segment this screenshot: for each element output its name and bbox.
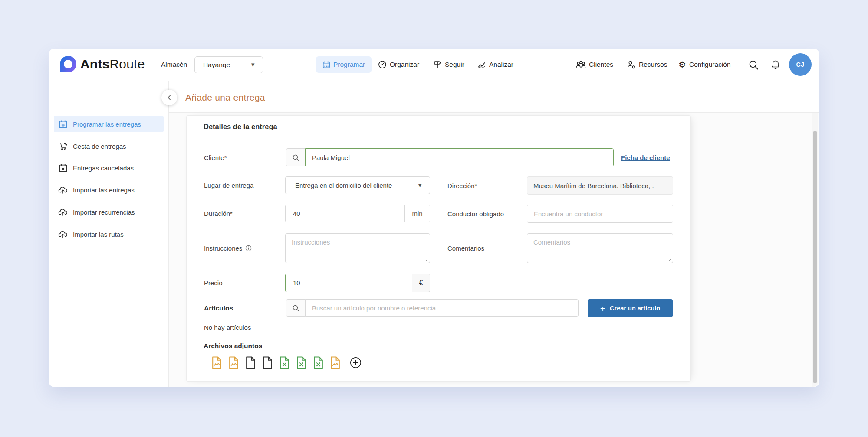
precio-label: Precio: [204, 274, 223, 292]
image-file-icon[interactable]: [212, 356, 222, 369]
sidebar-item-programar-entregas[interactable]: Programar las entregas: [54, 116, 164, 132]
info-icon[interactable]: [245, 245, 252, 251]
lugar-label: Lugar de entrega: [204, 176, 253, 194]
image-file-icon[interactable]: [229, 356, 239, 369]
clients-group-icon: [576, 60, 586, 69]
tab-organizar[interactable]: Organizar: [378, 49, 419, 81]
cliente-input[interactable]: [305, 148, 614, 166]
back-button[interactable]: [161, 90, 177, 105]
sidebar-item-label: Importar recurrencias: [73, 209, 135, 216]
instrucciones-label-text: Instrucciones: [204, 245, 242, 252]
user-avatar[interactable]: CJ: [789, 53, 812, 76]
tab-label: Organizar: [390, 61, 419, 68]
navbar-divider: [49, 81, 819, 81]
sidebar-item-label: Programar las entregas: [73, 121, 141, 128]
person-gear-icon: [627, 60, 636, 69]
scrollbar-thumb[interactable]: [813, 131, 817, 383]
section-title: Detalles de la entrega: [204, 123, 277, 131]
cloud-upload-icon: [58, 230, 68, 238]
articulos-empty-text: No hay artículos: [204, 324, 251, 331]
conductor-label: Conductor obligado: [447, 205, 504, 223]
ficha-de-cliente-link[interactable]: Ficha de cliente: [621, 148, 670, 166]
attachments-row: [212, 356, 362, 369]
chevron-left-icon: [166, 95, 172, 101]
nav-configuracion[interactable]: ⚙ Configuración: [678, 49, 731, 81]
excel-file-icon[interactable]: [296, 356, 306, 369]
tab-seguir[interactable]: Seguir: [433, 49, 464, 81]
sidebar-item-importar-rutas[interactable]: Importar las rutas: [54, 226, 164, 242]
sidebar-item-label: Cesta de entregas: [73, 143, 126, 150]
duracion-label: Duración*: [204, 205, 233, 222]
brand-bold: Ants: [80, 57, 109, 71]
duracion-unit: min: [405, 205, 430, 222]
nav-recursos[interactable]: Recursos: [627, 49, 667, 81]
nav-label: Configuración: [689, 61, 731, 68]
direccion-label: Dirección*: [447, 176, 477, 195]
add-attachment-icon[interactable]: [350, 357, 362, 369]
cloud-upload-icon: [58, 186, 68, 194]
notifications-bell-icon[interactable]: [770, 49, 781, 81]
articulos-search-icon: [286, 299, 306, 317]
signpost-icon: [433, 60, 442, 69]
lugar-dropdown-value: Entrega en el domicilio del cliente: [295, 182, 392, 189]
content-area: Detalles de la entrega Cliente* Ficha de…: [169, 113, 819, 387]
sidebar-item-entregas-canceladas[interactable]: Entregas canceladas: [54, 160, 164, 176]
nav-label: Clientes: [589, 61, 613, 68]
direccion-field[interactable]: Museu Marítim de Barcelona. Biblioteca, …: [527, 176, 673, 195]
duracion-input[interactable]: [285, 205, 405, 222]
sidebar-item-label: Importar las rutas: [73, 231, 124, 238]
search-icon[interactable]: [748, 49, 759, 81]
instrucciones-field-wrap: [285, 233, 430, 263]
adjuntos-title: Archivos adjuntos: [204, 342, 262, 350]
instrucciones-textarea[interactable]: [285, 233, 430, 263]
instrucciones-label: Instrucciones: [204, 233, 252, 263]
chevron-down-icon: ▼: [250, 62, 256, 68]
image-file-icon[interactable]: [330, 356, 340, 369]
tab-analizar[interactable]: Analizar: [477, 49, 513, 81]
warehouse-select[interactable]: Hayange ▼: [194, 56, 263, 73]
tab-label: Programar: [333, 61, 365, 68]
antsroute-logo-icon: [60, 56, 76, 72]
articulos-search-input[interactable]: [305, 299, 579, 317]
delivery-form-panel: Detalles de la entrega Cliente* Ficha de…: [186, 115, 691, 382]
page-title: Añade una entrega: [185, 90, 265, 105]
sidebar-item-cesta-entregas[interactable]: Cesta de entregas: [54, 138, 164, 154]
brand-light: Route: [109, 57, 145, 71]
document-file-icon[interactable]: [246, 356, 256, 369]
scrollbar-track[interactable]: [812, 113, 818, 387]
tab-label: Analizar: [489, 61, 513, 68]
sidebar-item-label: Importar las entregas: [73, 186, 135, 194]
precio-currency: €: [412, 274, 430, 292]
precio-input[interactable]: [285, 274, 412, 292]
cart-plus-icon: [58, 142, 68, 151]
warehouse-label: Almacén: [161, 49, 187, 81]
sidebar-item-importar-entregas[interactable]: Importar las entregas: [54, 182, 164, 198]
excel-file-icon[interactable]: [279, 356, 289, 369]
document-file-icon[interactable]: [263, 356, 273, 369]
lugar-dropdown[interactable]: Entrega en el domicilio del cliente ▼: [285, 176, 430, 194]
conductor-input[interactable]: [527, 205, 673, 223]
calendar-plus-icon: [58, 120, 68, 129]
nav-label: Recursos: [639, 61, 667, 68]
crear-articulo-label: Crear un artículo: [610, 305, 660, 312]
comentarios-label: Comentarios: [447, 233, 484, 263]
calendar-x-icon: [58, 163, 68, 173]
cloud-upload-icon: [58, 208, 68, 216]
top-navbar: AntsRoute Almacén Hayange ▼ Programar Or…: [49, 49, 819, 81]
tab-label: Seguir: [445, 61, 464, 68]
sidebar-item-importar-recurrencias[interactable]: Importar recurrencias: [54, 204, 164, 220]
app-window: AntsRoute Almacén Hayange ▼ Programar Or…: [49, 49, 819, 387]
antsroute-logo[interactable]: AntsRoute: [60, 56, 145, 72]
comentarios-field-wrap: [527, 233, 673, 263]
chevron-down-icon: ▼: [417, 182, 423, 189]
calendar-icon: [322, 61, 330, 68]
nav-clientes[interactable]: Clientes: [576, 49, 613, 81]
comentarios-textarea[interactable]: [527, 233, 673, 263]
excel-file-icon[interactable]: [313, 356, 323, 369]
crear-articulo-button[interactable]: + Crear un artículo: [588, 299, 673, 317]
gear-icon: ⚙: [678, 60, 686, 69]
gauge-icon: [378, 60, 387, 69]
sidebar-item-label: Entregas canceladas: [73, 164, 134, 172]
cliente-label: Cliente*: [204, 148, 227, 166]
tab-programar[interactable]: Programar: [316, 56, 372, 73]
